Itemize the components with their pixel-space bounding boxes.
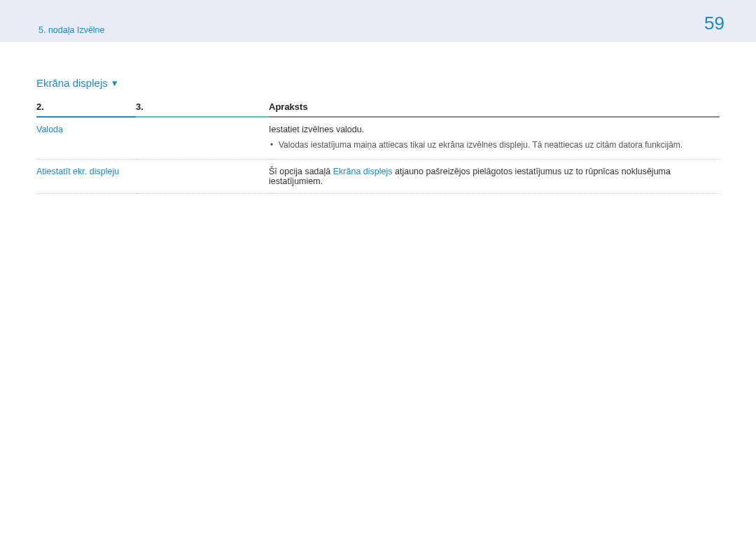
table-header-col1: 2. (36, 97, 136, 116)
dropdown-arrow-icon: ▼ (111, 78, 119, 88)
desc-pre: Šī opcija sadaļā (269, 167, 333, 176)
setting-name: Valoda (36, 118, 269, 160)
header-bar: 5. nodaļa Izvēlne 59 (0, 0, 756, 42)
table-header-row: 2. 3. Apraksts (36, 97, 720, 116)
setting-name: Atiestatīt ekr. displeju (36, 160, 269, 194)
table-header-col3: Apraksts (269, 97, 720, 116)
desc-bullet-list: Valodas iestatījuma maiņa attiecas tikai… (269, 139, 717, 152)
desc-main: Iestatiet izvēlnes valodu. (269, 125, 364, 134)
content-area: Ekrāna displejs ▼ 2. 3. Apraksts Valoda (0, 77, 756, 194)
table-header-col2: 3. (136, 97, 269, 116)
section-title-text: Ekrāna displejs (36, 77, 108, 89)
table-row: Atiestatīt ekr. displeju Šī opcija sadaļ… (36, 160, 720, 194)
section-title: Ekrāna displejs ▼ (36, 77, 720, 89)
desc-inline-link: Ekrāna displejs (333, 167, 393, 176)
settings-table: 2. 3. Apraksts Valoda Iestatiet izvēlnes… (36, 97, 720, 194)
page-number: 59 (704, 13, 724, 34)
breadcrumb: 5. nodaļa Izvēlne (38, 25, 105, 35)
setting-description: Iestatiet izvēlnes valodu. Valodas iesta… (269, 118, 720, 160)
table-row: Valoda Iestatiet izvēlnes valodu. Valoda… (36, 118, 720, 160)
desc-bullet-item: Valodas iestatījuma maiņa attiecas tikai… (279, 139, 717, 152)
setting-description: Šī opcija sadaļā Ekrāna displejs atjauno… (269, 160, 720, 194)
